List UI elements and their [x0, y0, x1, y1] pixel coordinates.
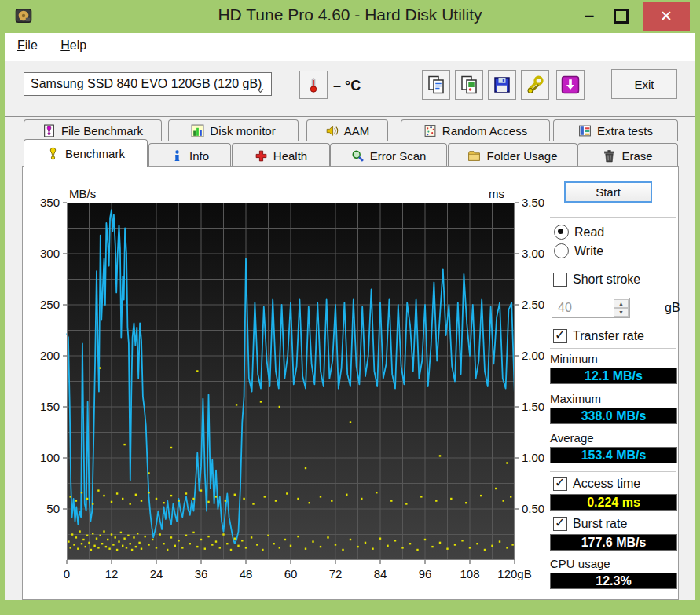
tab-error-scan[interactable]: Error Scan — [330, 143, 447, 167]
extra-tests-icon — [578, 124, 592, 137]
random-access-icon — [423, 124, 437, 137]
thermometer-icon — [306, 75, 321, 95]
maximum-label: Maximum — [550, 392, 601, 405]
info-icon — [170, 149, 184, 163]
folder-usage-icon — [467, 149, 481, 163]
size-unit-label: gB — [665, 301, 680, 315]
y-left-tick-label: 350 — [28, 196, 60, 210]
minimum-label: Minimum — [550, 352, 598, 365]
burst-rate-label: Burst rate — [573, 517, 627, 531]
y-left-tick-label: 300 — [28, 247, 60, 261]
tab-folder-usage[interactable]: Folder Usage — [448, 143, 577, 167]
short-stroke-checkbox[interactable]: Short stroke — [553, 273, 640, 287]
tab-label: Health — [273, 149, 307, 163]
exit-button[interactable]: Exit — [611, 69, 677, 99]
drive-select-value: Samsung SSD 840 EVO 120GB (120 gB) — [31, 77, 262, 90]
minimize-button[interactable]: – — [585, 14, 600, 19]
tab-label: Extra tests — [597, 124, 653, 137]
panel-separator — [550, 348, 676, 350]
panel-separator — [550, 471, 676, 473]
tab-disk-monitor[interactable]: Disk monitor — [168, 119, 299, 141]
radio-dot — [554, 225, 569, 240]
start-button[interactable]: Start — [564, 181, 652, 203]
copy-text-button[interactable] — [422, 70, 450, 100]
short-stroke-size-stepper[interactable]: 40 ▲ ▼ — [552, 298, 630, 318]
tab-label: File Benchmark — [61, 124, 143, 137]
cpu-usage-label: CPU usage — [550, 557, 610, 570]
tab-label: Info — [189, 149, 209, 163]
toolbar-separator — [5, 116, 695, 117]
erase-icon — [603, 149, 616, 163]
x-tick-label: 72 — [315, 567, 356, 581]
x-tick-label: 96 — [405, 567, 445, 581]
read-radio-label: Read — [574, 225, 604, 240]
tab-label: Benchmark — [65, 147, 125, 160]
benchmark-icon — [46, 147, 60, 160]
tab-label: AAM — [344, 124, 370, 137]
access-time-label: Access time — [573, 477, 640, 491]
file-benchmark-icon — [42, 124, 56, 137]
x-tick-label: 24 — [136, 567, 177, 581]
burst-rate-checkbox[interactable]: Burst rate — [553, 517, 627, 531]
tab-label: Erase — [621, 149, 652, 163]
tab-benchmark[interactable]: Benchmark — [24, 139, 148, 167]
maximum-value: 338.0 MB/s — [550, 408, 677, 424]
menu-help[interactable]: Help — [60, 38, 86, 53]
options-icon — [526, 75, 544, 94]
maximize-button[interactable] — [614, 9, 629, 24]
x-tick-label: 36 — [181, 567, 222, 581]
x-tick-label: 48 — [225, 567, 266, 581]
access-time-value: 0.224 ms — [550, 494, 677, 511]
x-tick-label: 0 — [46, 567, 87, 581]
options-button[interactable] — [521, 70, 549, 100]
write-radio[interactable]: Write — [554, 243, 603, 258]
transfer-rate-checkbox[interactable]: Transfer rate — [553, 329, 644, 343]
chevron-down-icon — [256, 80, 265, 89]
disk-monitor-icon — [191, 124, 204, 137]
copy-image-icon — [460, 75, 478, 94]
download-icon — [561, 75, 580, 94]
menu-bar: File Help — [5, 33, 695, 61]
panel-separator — [550, 262, 676, 263]
copy-image-button[interactable] — [455, 70, 483, 100]
temperature-button[interactable] — [299, 71, 328, 99]
menu-file[interactable]: File — [17, 38, 38, 53]
read-radio[interactable]: Read — [554, 225, 604, 240]
drive-select[interactable]: Samsung SSD 840 EVO 120GB (120 gB) — [24, 72, 272, 96]
average-label: Average — [550, 431, 594, 445]
tab-erase[interactable]: Erase — [577, 143, 678, 167]
copy-icon — [427, 75, 445, 94]
status-bar — [0, 600, 700, 615]
average-value: 153.4 MB/s — [550, 447, 677, 463]
aam-icon — [325, 124, 339, 137]
write-radio-label: Write — [574, 244, 603, 258]
tab-extra-tests[interactable]: Extra tests — [553, 119, 678, 141]
tab-info[interactable]: Info — [148, 143, 231, 167]
stepper-down-icon[interactable]: ▼ — [614, 308, 629, 317]
hd-tune-window: { "window": { "title": "HD Tune Pro 4.60… — [0, 0, 700, 615]
tab-file-benchmark[interactable]: File Benchmark — [24, 119, 162, 141]
close-button[interactable]: ✕ — [643, 2, 690, 31]
y-left-axis-title: MB/s — [69, 187, 96, 201]
tab-aam[interactable]: AAM — [306, 119, 388, 141]
short-stroke-label: Short stroke — [573, 273, 640, 287]
radio-dot — [554, 243, 569, 258]
x-tick-label: 60 — [270, 567, 311, 581]
y-left-tick-label: 50 — [28, 502, 60, 516]
tab-random-access[interactable]: Random Access — [401, 119, 550, 141]
access-time-checkbox[interactable]: Access time — [553, 477, 640, 491]
y-left-tick-label: 100 — [28, 451, 60, 465]
tab-label: Random Access — [442, 124, 527, 137]
save-button[interactable] — [488, 70, 516, 100]
benchmark-chart — [67, 203, 515, 560]
tab-label: Error Scan — [370, 149, 427, 163]
cpu-usage-value: 12.3% — [550, 573, 677, 589]
panel-separator — [550, 217, 676, 218]
checkbox-box — [553, 517, 567, 531]
stepper-up-icon[interactable]: ▲ — [614, 299, 629, 308]
tab-health[interactable]: Health — [232, 143, 330, 167]
transfer-rate-label: Transfer rate — [573, 329, 644, 343]
x-tick-label: 84 — [360, 567, 401, 581]
temperature-value: – °C — [333, 78, 361, 94]
download-button[interactable] — [556, 70, 585, 100]
